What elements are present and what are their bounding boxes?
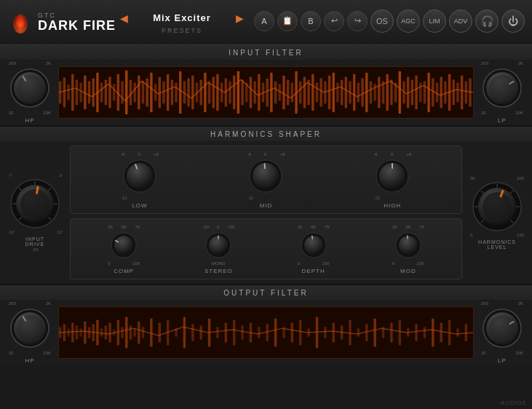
svg-rect-73 [336,82,338,102]
out-hp-knob-group: 200 2K 20 20K [9,301,51,364]
svg-rect-173 [121,327,123,338]
comp-knob[interactable] [110,231,138,259]
out-lp-knob-group: 200 2K 20 20K [481,301,523,364]
svg-rect-104 [465,81,467,103]
hp-knob-group: 200 2K [9,61,51,124]
agc-button[interactable]: AGC [397,9,420,33]
svg-rect-212 [424,327,426,338]
mid-knob[interactable] [248,159,283,194]
svg-rect-213 [432,319,434,347]
harmonics-label: HARMONICS SHAPER [0,127,532,141]
svg-rect-94 [424,81,426,103]
svg-rect-71 [328,76,330,110]
svg-rect-183 [183,317,186,349]
lim-button[interactable]: LIM [423,9,446,33]
comp-scale-75: 75 [135,225,140,229]
mid-scale-p6: +6 [280,152,285,156]
out-hp-scale-20: 20 [9,351,14,355]
product-name: DARK FIRE [38,19,116,32]
stereo-knob[interactable] [205,231,232,259]
depth-knob-group: 25 50 75 [298,225,330,274]
undo-button[interactable]: ↩ [324,11,344,31]
a-button[interactable]: A [254,11,274,31]
harmonics-level-knob[interactable] [472,181,523,232]
harmonics-center: -6 0 +6 [70,146,462,279]
svg-rect-165 [88,327,90,338]
preset-next-button[interactable]: ▶ [231,11,248,25]
svg-rect-78 [357,82,360,102]
out-lp-knob[interactable] [482,308,523,349]
svg-rect-67 [311,74,314,111]
stereo-scale-p50: +50 [227,225,234,229]
hp-scale-20: 20 [9,111,14,115]
hp-scale-2k: 2K [46,61,51,65]
svg-rect-204 [357,328,360,337]
lp-knob[interactable] [482,68,523,108]
main-content: INPUT FILTER 200 2K [0,45,532,409]
svg-rect-81 [370,81,372,103]
depth-scale-25: 25 [298,225,303,229]
svg-rect-34 [175,82,177,102]
svg-rect-58 [274,81,277,103]
copy-button[interactable]: 📋 [277,11,298,31]
lp-scale-20: 20 [481,111,486,115]
high-knob[interactable] [375,159,410,194]
mod-label: MOD [400,268,416,274]
drive-label1: INPUT [25,237,44,242]
comp-knob-group: 25 50 75 [108,225,140,274]
toolbar: A 📋 B ↩ ↪ OS AGC LIM ADV 🎧 ⏻ [254,9,525,36]
mod-knob[interactable] [394,231,422,259]
harmonics-level-area: 50 100 [468,176,526,250]
stereo-scale-n50: -50 [202,225,209,229]
svg-rect-211 [415,324,417,341]
lp-scale-2k: 2K [518,61,523,65]
svg-rect-95 [427,73,429,112]
svg-rect-41 [204,73,206,112]
depth-knob[interactable] [300,231,327,259]
svg-rect-54 [258,74,260,111]
svg-rect-205 [365,324,368,341]
svg-rect-188 [225,322,227,342]
preset-prev-button[interactable]: ◀ [116,11,132,25]
high-scale-min: -12 [373,196,380,200]
headphones-button[interactable]: 🎧 [475,9,499,33]
hlevel-scale-min: 0 [470,233,472,237]
os-button[interactable]: OS [370,9,394,33]
redo-button[interactable]: ↪ [347,11,368,31]
svg-rect-68 [316,82,318,102]
svg-point-131 [114,236,133,255]
input-drive-knob[interactable] [9,178,60,229]
svg-point-151 [483,192,512,221]
input-filter-label: INPUT FILTER [0,45,532,60]
power-button[interactable]: ⏻ [501,9,525,33]
svg-rect-172 [117,320,119,346]
logo-text: GTC DARK FIRE [38,12,116,32]
svg-rect-216 [456,328,458,337]
svg-rect-75 [345,77,347,108]
svg-rect-184 [191,324,194,341]
drive-scale-n7: -7 [8,173,12,178]
svg-rect-98 [440,77,442,108]
input-filter-section: INPUT FILTER 200 2K [0,45,532,127]
svg-rect-24 [133,82,135,102]
svg-rect-21 [121,81,123,103]
svg-line-126 [265,164,266,168]
out-lp-scale-20k: 20K [515,351,523,355]
drive-scale-min: -24 [32,247,39,252]
stereo-label: STEREO [205,268,233,274]
out-hp-knob[interactable] [9,308,50,349]
svg-rect-86 [390,80,392,106]
output-filter-label: OUTPUT FILTER [0,285,532,300]
adv-button[interactable]: ADV [449,9,472,33]
preset-area: ◀ Mix Exciter ▶ PRESETS [116,11,248,34]
svg-rect-8 [67,84,69,100]
hp-knob[interactable] [9,68,50,108]
svg-rect-49 [237,71,239,114]
b-button[interactable]: B [301,11,321,31]
svg-rect-192 [258,327,260,338]
lp-label: LP [498,117,507,124]
lp-scale-20k: 20K [515,111,523,115]
stereo-sublabel: MONO [212,261,226,266]
svg-rect-17 [105,80,107,106]
low-knob[interactable] [122,159,157,194]
